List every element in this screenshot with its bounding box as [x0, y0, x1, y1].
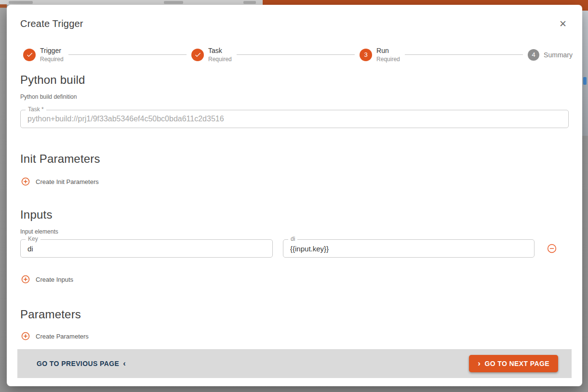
create-inputs-button[interactable]: Create Inputs — [20, 274, 74, 285]
step-sublabel: Required — [208, 56, 232, 63]
footer-bar: GO TO PREVIOUS PAGE ‹ › GO TO NEXT PAGE — [17, 349, 572, 378]
plus-circle-icon — [21, 332, 30, 340]
scrollbar-thumb[interactable] — [583, 77, 587, 85]
modal-title: Create Trigger — [20, 18, 83, 29]
stepper: Trigger Required Task Required 3 Run Req… — [13, 47, 575, 63]
previous-page-label: GO TO PREVIOUS PAGE — [37, 360, 119, 367]
close-icon[interactable]: ✕ — [557, 18, 569, 29]
step-label: Run — [376, 47, 400, 54]
input-key-field: Key — [20, 239, 273, 258]
plus-circle-icon — [21, 275, 30, 284]
remove-input-button[interactable] — [547, 244, 557, 253]
create-link-label: Create Init Parameters — [36, 178, 99, 185]
app-header-bar-left — [0, 4, 7, 8]
input-row: Key di — [20, 239, 569, 258]
stepper-connector — [237, 54, 355, 55]
step-sublabel: Required — [376, 56, 400, 63]
next-page-button[interactable]: › GO TO NEXT PAGE — [469, 355, 558, 372]
task-field: Task * — [20, 110, 569, 128]
inputs-description: Input elements — [20, 228, 569, 235]
input-value-field: di — [283, 239, 535, 258]
stepper-step-task[interactable]: Task Required — [191, 47, 232, 63]
check-icon — [23, 49, 36, 61]
step-sublabel: Required — [40, 56, 64, 63]
step-number-badge: 3 — [360, 49, 372, 61]
init-parameters-heading: Init Parameters — [20, 152, 569, 166]
minus-circle-icon — [547, 244, 557, 253]
step-label: Trigger — [40, 47, 64, 54]
parameters-heading: Parameters — [20, 308, 569, 321]
check-icon — [191, 49, 204, 61]
browser-toolbar-strip — [0, 0, 263, 5]
stepper-connector — [405, 54, 523, 55]
toolbar-artifact — [243, 1, 256, 4]
stepper-step-trigger[interactable]: Trigger Required — [23, 47, 64, 63]
create-link-label: Create Parameters — [36, 333, 89, 340]
create-link-label: Create Inputs — [36, 276, 73, 283]
step-label: Task — [208, 47, 232, 54]
step-label: Summary — [544, 51, 573, 59]
previous-page-button[interactable]: GO TO PREVIOUS PAGE ‹ — [37, 360, 126, 367]
stepper-step-run[interactable]: 3 Run Required — [360, 47, 400, 63]
modal-content: Python build Python build definition Tas… — [13, 73, 575, 341]
stepper-step-summary[interactable]: 4 Summary — [528, 49, 573, 61]
python-build-description: Python build definition — [20, 93, 569, 100]
task-input[interactable] — [21, 110, 568, 128]
toolbar-artifact — [164, 1, 183, 4]
step-number-badge: 4 — [528, 49, 539, 61]
toolbar-artifact — [9, 1, 33, 4]
input-key-label: Key — [26, 235, 40, 242]
input-value-input[interactable] — [283, 240, 534, 257]
chevron-right-icon: › — [478, 359, 481, 367]
chevron-left-icon: ‹ — [123, 359, 126, 367]
task-field-label: Task * — [26, 106, 46, 113]
modal-header: Create Trigger ✕ — [13, 18, 575, 29]
stepper-connector — [68, 54, 187, 55]
page-edge-strip — [582, 11, 588, 136]
create-init-parameters-button[interactable]: Create Init Parameters — [20, 176, 100, 187]
input-value-label: di — [288, 235, 297, 242]
next-page-label: GO TO NEXT PAGE — [484, 360, 549, 367]
create-parameters-button[interactable]: Create Parameters — [20, 331, 90, 341]
input-key-input[interactable] — [21, 240, 272, 257]
python-build-heading: Python build — [20, 73, 569, 87]
plus-circle-icon — [21, 177, 30, 186]
inputs-heading: Inputs — [20, 208, 569, 222]
create-trigger-modal: Create Trigger ✕ Trigger Required Task R… — [7, 5, 582, 386]
